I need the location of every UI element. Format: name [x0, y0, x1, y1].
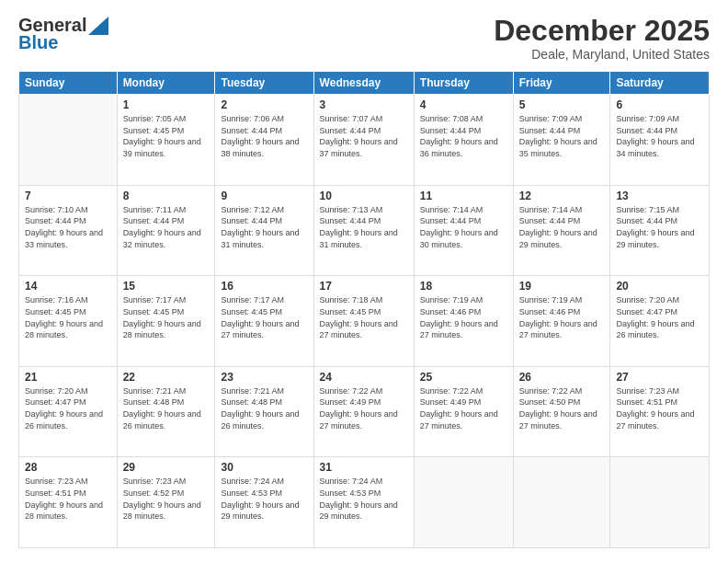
- svg-marker-0: [88, 17, 108, 35]
- day-number: 10: [320, 190, 408, 202]
- calendar-header-row: SundayMondayTuesdayWednesdayThursdayFrid…: [19, 72, 710, 95]
- calendar-cell: 4Sunrise: 7:08 AMSunset: 4:44 PMDaylight…: [414, 95, 513, 186]
- day-number: 5: [519, 98, 605, 111]
- calendar-cell: 29Sunrise: 7:23 AMSunset: 4:52 PMDayligh…: [117, 457, 215, 548]
- day-info: Sunrise: 7:05 AMSunset: 4:45 PMDaylight:…: [123, 113, 210, 159]
- day-info: Sunrise: 7:22 AMSunset: 4:50 PMDaylight:…: [519, 385, 605, 431]
- day-number: 17: [320, 280, 408, 293]
- calendar-week-row: 7Sunrise: 7:10 AMSunset: 4:44 PMDaylight…: [19, 185, 710, 276]
- calendar-cell: 11Sunrise: 7:14 AMSunset: 4:44 PMDayligh…: [414, 185, 513, 276]
- calendar-cell: 5Sunrise: 7:09 AMSunset: 4:44 PMDaylight…: [513, 95, 610, 186]
- day-info: Sunrise: 7:14 AMSunset: 4:44 PMDaylight:…: [519, 204, 605, 250]
- day-number: 19: [519, 280, 605, 293]
- calendar-cell: 30Sunrise: 7:24 AMSunset: 4:53 PMDayligh…: [215, 457, 313, 548]
- day-number: 26: [519, 371, 605, 384]
- calendar-cell: 8Sunrise: 7:11 AMSunset: 4:44 PMDaylight…: [117, 185, 215, 276]
- day-number: 7: [25, 190, 111, 202]
- day-number: 3: [320, 98, 408, 111]
- calendar-cell: 12Sunrise: 7:14 AMSunset: 4:44 PMDayligh…: [513, 185, 610, 276]
- day-info: Sunrise: 7:11 AMSunset: 4:44 PMDaylight:…: [123, 204, 210, 250]
- day-number: 20: [616, 280, 703, 293]
- calendar-cell: 1Sunrise: 7:05 AMSunset: 4:45 PMDaylight…: [117, 95, 215, 186]
- day-info: Sunrise: 7:17 AMSunset: 4:45 PMDaylight:…: [123, 294, 210, 340]
- calendar-cell: [414, 457, 513, 548]
- day-number: 6: [616, 98, 703, 111]
- day-info: Sunrise: 7:23 AMSunset: 4:51 PMDaylight:…: [616, 385, 703, 431]
- calendar-cell: 13Sunrise: 7:15 AMSunset: 4:44 PMDayligh…: [610, 185, 710, 276]
- calendar-cell: 16Sunrise: 7:17 AMSunset: 4:45 PMDayligh…: [215, 276, 313, 367]
- calendar-cell: 28Sunrise: 7:23 AMSunset: 4:51 PMDayligh…: [19, 457, 118, 548]
- day-number: 29: [123, 461, 210, 474]
- calendar-cell: 25Sunrise: 7:22 AMSunset: 4:49 PMDayligh…: [414, 366, 513, 457]
- calendar-cell: 27Sunrise: 7:23 AMSunset: 4:51 PMDayligh…: [610, 366, 710, 457]
- day-info: Sunrise: 7:12 AMSunset: 4:44 PMDaylight:…: [221, 204, 307, 250]
- day-info: Sunrise: 7:18 AMSunset: 4:45 PMDaylight:…: [320, 294, 408, 340]
- calendar-cell: [513, 457, 610, 548]
- calendar-cell: 2Sunrise: 7:06 AMSunset: 4:44 PMDaylight…: [215, 95, 313, 186]
- title-block: December 2025 Deale, Maryland, United St…: [494, 15, 710, 62]
- day-info: Sunrise: 7:13 AMSunset: 4:44 PMDaylight:…: [320, 204, 408, 250]
- calendar-week-row: 28Sunrise: 7:23 AMSunset: 4:51 PMDayligh…: [19, 457, 710, 548]
- day-info: Sunrise: 7:19 AMSunset: 4:46 PMDaylight:…: [519, 294, 605, 340]
- day-number: 30: [221, 461, 307, 474]
- day-number: 21: [25, 371, 111, 384]
- day-number: 23: [221, 371, 307, 384]
- calendar-day-header: Saturday: [610, 72, 710, 95]
- calendar-cell: 7Sunrise: 7:10 AMSunset: 4:44 PMDaylight…: [19, 185, 118, 276]
- calendar-week-row: 14Sunrise: 7:16 AMSunset: 4:45 PMDayligh…: [19, 276, 710, 367]
- day-number: 28: [25, 461, 111, 474]
- calendar-cell: 26Sunrise: 7:22 AMSunset: 4:50 PMDayligh…: [513, 366, 610, 457]
- day-number: 27: [616, 371, 703, 384]
- main-title: December 2025: [494, 15, 710, 47]
- logo-blue: Blue: [18, 32, 58, 53]
- calendar-cell: 3Sunrise: 7:07 AMSunset: 4:44 PMDaylight…: [313, 95, 414, 186]
- day-info: Sunrise: 7:06 AMSunset: 4:44 PMDaylight:…: [221, 113, 307, 159]
- day-info: Sunrise: 7:10 AMSunset: 4:44 PMDaylight:…: [25, 204, 111, 250]
- calendar-day-header: Thursday: [414, 72, 513, 95]
- calendar-day-header: Monday: [117, 72, 215, 95]
- calendar-cell: 19Sunrise: 7:19 AMSunset: 4:46 PMDayligh…: [513, 276, 610, 367]
- day-number: 22: [123, 371, 210, 384]
- calendar-cell: 17Sunrise: 7:18 AMSunset: 4:45 PMDayligh…: [313, 276, 414, 367]
- calendar-cell: 31Sunrise: 7:24 AMSunset: 4:53 PMDayligh…: [313, 457, 414, 548]
- day-info: Sunrise: 7:23 AMSunset: 4:52 PMDaylight:…: [123, 476, 210, 522]
- day-info: Sunrise: 7:24 AMSunset: 4:53 PMDaylight:…: [221, 476, 307, 522]
- calendar: SundayMondayTuesdayWednesdayThursdayFrid…: [18, 71, 710, 548]
- calendar-day-header: Sunday: [19, 72, 118, 95]
- day-number: 15: [123, 280, 210, 293]
- calendar-cell: 21Sunrise: 7:20 AMSunset: 4:47 PMDayligh…: [19, 366, 118, 457]
- calendar-cell: 24Sunrise: 7:22 AMSunset: 4:49 PMDayligh…: [313, 366, 414, 457]
- day-number: 14: [25, 280, 111, 293]
- day-info: Sunrise: 7:09 AMSunset: 4:44 PMDaylight:…: [519, 113, 605, 159]
- calendar-cell: 10Sunrise: 7:13 AMSunset: 4:44 PMDayligh…: [313, 185, 414, 276]
- day-info: Sunrise: 7:14 AMSunset: 4:44 PMDaylight:…: [420, 204, 507, 250]
- calendar-day-header: Wednesday: [313, 72, 414, 95]
- day-number: 2: [221, 98, 307, 111]
- day-info: Sunrise: 7:08 AMSunset: 4:44 PMDaylight:…: [420, 113, 507, 159]
- calendar-cell: 9Sunrise: 7:12 AMSunset: 4:44 PMDaylight…: [215, 185, 313, 276]
- calendar-cell: [610, 457, 710, 548]
- day-info: Sunrise: 7:21 AMSunset: 4:48 PMDaylight:…: [221, 385, 307, 431]
- day-number: 12: [519, 190, 605, 202]
- calendar-cell: 14Sunrise: 7:16 AMSunset: 4:45 PMDayligh…: [19, 276, 118, 367]
- day-number: 11: [420, 190, 507, 202]
- logo-icon: [88, 17, 108, 35]
- day-info: Sunrise: 7:20 AMSunset: 4:47 PMDaylight:…: [25, 385, 111, 431]
- day-number: 31: [320, 461, 408, 474]
- calendar-cell: 18Sunrise: 7:19 AMSunset: 4:46 PMDayligh…: [414, 276, 513, 367]
- page: General Blue December 2025 Deale, Maryla…: [0, 0, 728, 563]
- calendar-cell: 22Sunrise: 7:21 AMSunset: 4:48 PMDayligh…: [117, 366, 215, 457]
- header: General Blue December 2025 Deale, Maryla…: [18, 15, 710, 62]
- day-info: Sunrise: 7:22 AMSunset: 4:49 PMDaylight:…: [420, 385, 507, 431]
- calendar-cell: 6Sunrise: 7:09 AMSunset: 4:44 PMDaylight…: [610, 95, 710, 186]
- day-number: 1: [123, 98, 210, 111]
- day-info: Sunrise: 7:07 AMSunset: 4:44 PMDaylight:…: [320, 113, 408, 159]
- day-number: 16: [221, 280, 307, 293]
- day-info: Sunrise: 7:17 AMSunset: 4:45 PMDaylight:…: [221, 294, 307, 340]
- day-info: Sunrise: 7:19 AMSunset: 4:46 PMDaylight:…: [420, 294, 507, 340]
- logo: General Blue: [18, 15, 108, 53]
- day-number: 4: [420, 98, 507, 111]
- day-info: Sunrise: 7:16 AMSunset: 4:45 PMDaylight:…: [25, 294, 111, 340]
- day-number: 9: [221, 190, 307, 202]
- day-info: Sunrise: 7:24 AMSunset: 4:53 PMDaylight:…: [320, 476, 408, 522]
